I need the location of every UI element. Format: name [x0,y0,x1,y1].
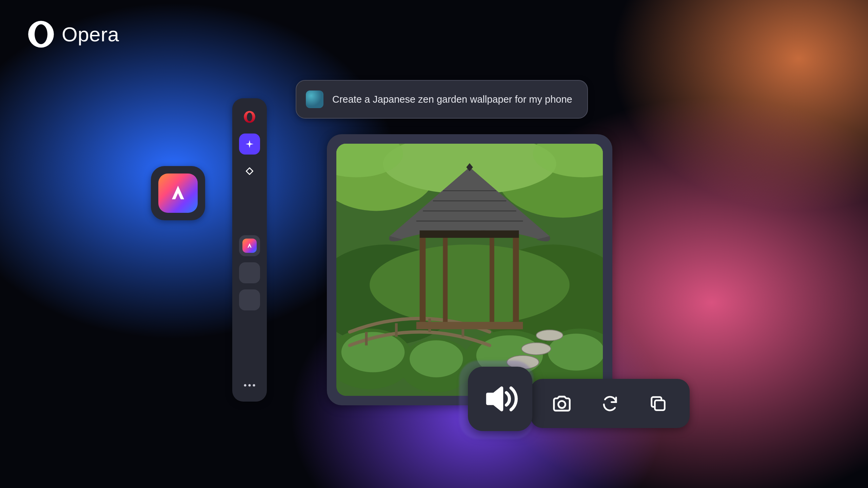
generated-image[interactable] [336,144,603,396]
camera-button[interactable] [548,390,575,417]
svg-point-8 [253,384,255,387]
camera-icon [551,393,572,414]
diamond-outline-icon [245,167,254,176]
brand-name: Opera [62,23,119,46]
svg-rect-32 [420,228,426,329]
opera-logo: Opera [26,20,119,49]
copy-button[interactable] [645,390,672,417]
sidebar-empty-slot-2[interactable] [239,289,260,310]
svg-rect-33 [513,228,519,329]
svg-rect-36 [416,322,523,329]
svg-rect-34 [443,228,448,325]
opera-o-icon [243,110,256,124]
more-horizontal-icon [243,384,256,387]
speaker-button[interactable] [468,367,532,431]
user-avatar [306,90,323,108]
svg-point-2 [28,21,54,47]
svg-point-25 [536,330,563,341]
svg-rect-41 [420,230,519,238]
sidebar-more-button[interactable] [239,377,260,393]
prompt-input[interactable]: Create a Japanese zen garden wallpaper f… [296,80,588,119]
svg-point-16 [370,245,570,325]
svg-rect-45 [655,400,665,410]
refresh-icon [601,394,619,413]
sparkle-icon [245,139,254,149]
svg-point-26 [521,343,551,355]
refresh-button[interactable] [596,390,624,417]
copy-icon [648,394,668,413]
svg-point-5 [244,111,255,123]
svg-point-7 [249,384,251,387]
aria-app-badge[interactable] [151,166,205,220]
aria-app-icon [242,239,257,253]
svg-rect-35 [490,228,494,325]
action-toolbar [530,379,690,428]
sidebar-ai-button[interactable] [239,134,260,155]
svg-point-22 [410,340,463,377]
opera-o-icon [26,20,56,49]
svg-point-6 [244,384,246,387]
sidebar-empty-slot-1[interactable] [239,262,260,283]
sidebar-aria-app[interactable] [239,235,260,256]
aria-app-icon [158,174,198,213]
sidebar-diamond-button[interactable] [239,161,260,182]
sidebar [232,98,267,402]
prompt-text: Create a Japanese zen garden wallpaper f… [332,94,572,105]
svg-point-44 [558,401,566,408]
speaker-icon [481,380,519,418]
sidebar-opera-button[interactable] [239,106,260,127]
